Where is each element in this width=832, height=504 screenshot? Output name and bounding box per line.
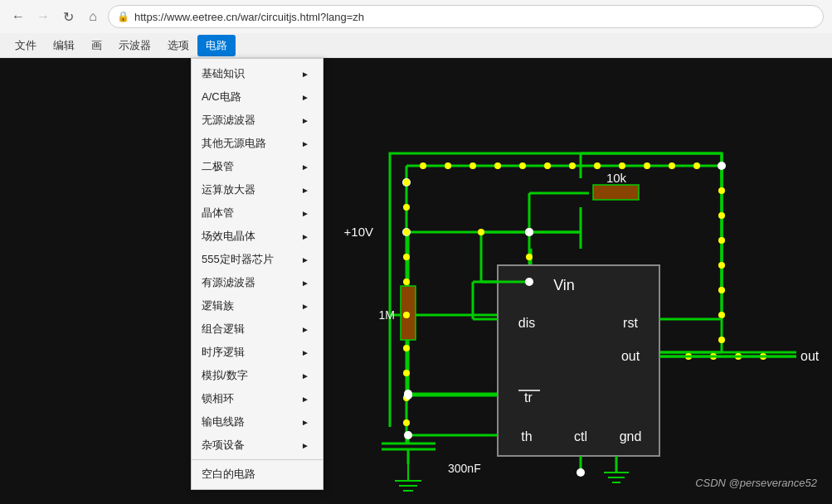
arrow-icon-7: ► (301, 232, 309, 241)
svg-point-112 (403, 179, 410, 186)
svg-point-62 (569, 162, 576, 169)
dropdown-item-7[interactable]: 场效电晶体 ► (192, 225, 323, 248)
arrow-icon-6: ► (301, 209, 309, 218)
menu-options[interactable]: 选项 (159, 35, 197, 56)
dropdown-item-0[interactable]: 基础知识 ► (192, 62, 323, 85)
dropdown-divider (192, 459, 323, 460)
dropdown-item-13[interactable]: 模拟/数字 ► (192, 364, 323, 387)
arrow-icon-1: ► (301, 93, 309, 102)
svg-point-54 (718, 162, 726, 170)
arrow-icon-4: ► (301, 162, 309, 172)
svg-point-95 (525, 228, 533, 236)
svg-point-68 (403, 204, 410, 211)
arrow-icon-11: ► (301, 325, 309, 334)
menu-oscilloscope[interactable]: 示波器 (110, 35, 159, 56)
svg-point-75 (403, 419, 410, 426)
svg-point-79 (718, 262, 725, 269)
menu-file[interactable]: 文件 (7, 35, 45, 56)
svg-point-78 (718, 237, 725, 244)
svg-point-64 (619, 162, 625, 169)
svg-point-72 (403, 345, 410, 351)
arrow-icon-3: ► (301, 139, 309, 148)
svg-text:Vin: Vin (553, 277, 575, 293)
lock-icon: 🔒 (117, 11, 129, 22)
svg-point-76 (718, 187, 725, 194)
circuit-canvas[interactable]: Vin dis rst out tr th ctl gnd (0, 58, 832, 504)
menu-bar: 文件 编辑 画 示波器 选项 电路 (0, 33, 832, 58)
arrow-icon-5: ► (301, 186, 309, 195)
svg-text:out: out (621, 349, 640, 363)
arrow-icon-14: ► (301, 395, 309, 404)
dropdown-item-6[interactable]: 晶体管 ► (192, 201, 323, 225)
svg-point-113 (403, 312, 410, 318)
menu-edit[interactable]: 编辑 (45, 35, 83, 56)
svg-point-87 (526, 254, 533, 260)
dropdown-item-9[interactable]: 有源滤波器 ► (192, 271, 323, 294)
svg-point-60 (519, 162, 526, 169)
svg-point-77 (718, 212, 725, 219)
arrow-icon-15: ► (301, 418, 309, 427)
back-button[interactable]: ← (8, 7, 28, 27)
dropdown-item-2[interactable]: 无源滤波器 ► (192, 109, 323, 132)
svg-point-80 (718, 287, 725, 293)
svg-text:gnd: gnd (620, 429, 642, 443)
svg-point-100 (404, 391, 412, 400)
arrow-icon-9: ► (301, 279, 309, 288)
dropdown-item-11[interactable]: 组合逻辑 ► (192, 317, 323, 341)
dropdown-item-1[interactable]: A/C电路 ► (192, 85, 323, 109)
svg-point-57 (445, 162, 451, 169)
menu-circuit[interactable]: 电路 (197, 35, 236, 56)
svg-text:+10V: +10V (344, 225, 373, 239)
svg-text:rst: rst (623, 316, 638, 330)
browser-toolbar: ← → ↻ ⌂ 🔒 https://www.eetree.cn/war/circ… (0, 0, 832, 33)
menu-draw[interactable]: 画 (83, 35, 110, 56)
dropdown-item-14[interactable]: 锁相环 ► (192, 387, 323, 410)
arrow-icon-2: ► (301, 116, 309, 125)
svg-point-70 (403, 254, 410, 260)
svg-point-94 (525, 278, 533, 286)
svg-point-58 (470, 162, 476, 169)
reload-button[interactable]: ↻ (58, 7, 78, 27)
svg-point-61 (544, 162, 551, 169)
svg-rect-17 (593, 185, 639, 200)
svg-point-69 (403, 229, 410, 235)
svg-text:tr: tr (524, 390, 533, 405)
circuit-svg: Vin dis rst out tr th ctl gnd (0, 58, 832, 504)
svg-point-67 (693, 162, 700, 169)
arrow-icon-12: ► (301, 348, 309, 357)
svg-text:300nF: 300nF (448, 462, 481, 475)
dropdown-item-17[interactable]: 空白的电路 (192, 463, 323, 486)
svg-point-66 (669, 162, 675, 169)
svg-point-65 (644, 162, 650, 169)
svg-text:th: th (521, 429, 532, 443)
home-button[interactable]: ⌂ (83, 7, 103, 27)
arrow-icon-10: ► (301, 302, 309, 311)
watermark: CSDN @perseverance52 (695, 477, 817, 489)
svg-point-82 (718, 337, 725, 343)
svg-text:1M: 1M (379, 308, 395, 322)
forward-button[interactable]: → (33, 7, 53, 27)
dropdown-item-3[interactable]: 其他无源电路 ► (192, 132, 323, 155)
dropdown-item-16[interactable]: 杂项设备 ► (192, 434, 323, 457)
svg-point-63 (594, 162, 601, 169)
dropdown-item-5[interactable]: 运算放大器 ► (192, 178, 323, 201)
svg-point-73 (403, 370, 410, 376)
svg-text:10k: 10k (606, 171, 627, 185)
arrow-icon-13: ► (301, 371, 309, 380)
svg-point-59 (494, 162, 501, 169)
dropdown-item-10[interactable]: 逻辑族 ► (192, 294, 323, 317)
dropdown-item-15[interactable]: 输电线路 ► (192, 410, 323, 434)
address-bar[interactable]: 🔒 https://www.eetree.cn/war/circuitjs.ht… (108, 5, 824, 28)
arrow-icon-0: ► (301, 70, 309, 79)
svg-point-104 (577, 468, 585, 477)
arrow-icon-16: ► (301, 441, 309, 450)
dropdown-item-8[interactable]: 555定时器芯片 ► (192, 248, 323, 271)
svg-text:ctl: ctl (574, 429, 587, 443)
arrow-icon-8: ► (301, 255, 309, 264)
svg-point-56 (420, 162, 426, 169)
svg-text:out: out (800, 349, 820, 363)
dropdown-item-4[interactable]: 二极管 ► (192, 155, 323, 178)
svg-text:dis: dis (518, 316, 535, 330)
svg-point-81 (718, 312, 725, 318)
dropdown-item-12[interactable]: 时序逻辑 ► (192, 341, 323, 364)
